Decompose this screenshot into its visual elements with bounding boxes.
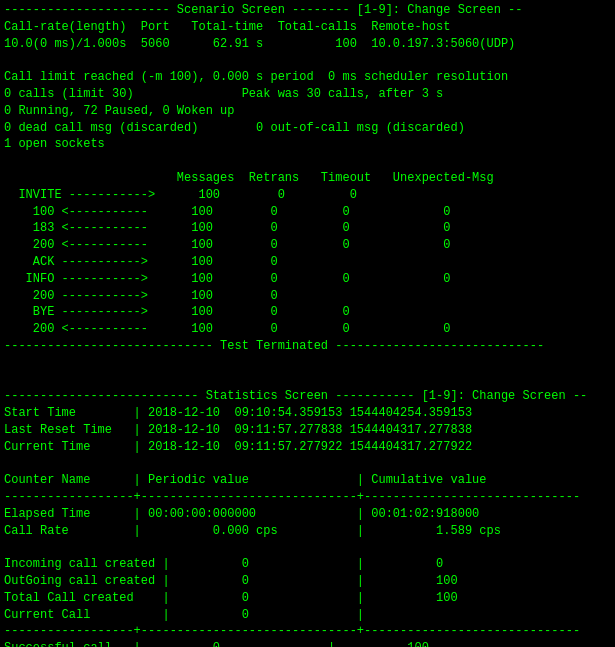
terminal-line-10: Messages Retrans Timeout Unexpected-Msg bbox=[4, 170, 611, 187]
terminal-line-7: 0 dead call msg (discarded) 0 out-of-cal… bbox=[4, 120, 611, 137]
terminal-line-32 bbox=[4, 540, 611, 557]
terminal-line-21 bbox=[4, 355, 611, 372]
terminal-line-12: 100 <----------- 100 0 0 0 bbox=[4, 204, 611, 221]
terminal-line-37: ------------------+---------------------… bbox=[4, 623, 611, 640]
terminal-line-3 bbox=[4, 52, 611, 69]
terminal-line-13: 183 <----------- 100 0 0 0 bbox=[4, 220, 611, 237]
terminal-line-28: Counter Name | Periodic value | Cumulati… bbox=[4, 472, 611, 489]
terminal-line-22 bbox=[4, 372, 611, 389]
terminal-line-34: OutGoing call created | 0 | 100 bbox=[4, 573, 611, 590]
terminal-line-30: Elapsed Time | 00:00:00:000000 | 00:01:0… bbox=[4, 506, 611, 523]
terminal-line-19: 200 <----------- 100 0 0 0 bbox=[4, 321, 611, 338]
terminal-line-24: Start Time | 2018-12-10 09:10:54.359153 … bbox=[4, 405, 611, 422]
terminal-line-25: Last Reset Time | 2018-12-10 09:11:57.27… bbox=[4, 422, 611, 439]
terminal-line-27 bbox=[4, 456, 611, 473]
terminal-line-5: 0 calls (limit 30) Peak was 30 calls, af… bbox=[4, 86, 611, 103]
terminal-line-18: BYE -----------> 100 0 0 bbox=[4, 304, 611, 321]
terminal-line-17: 200 -----------> 100 0 bbox=[4, 288, 611, 305]
terminal-line-33: Incoming call created | 0 | 0 bbox=[4, 556, 611, 573]
terminal-line-15: ACK -----------> 100 0 bbox=[4, 254, 611, 271]
terminal-line-31: Call Rate | 0.000 cps | 1.589 cps bbox=[4, 523, 611, 540]
terminal-screen: ----------------------- Scenario Screen … bbox=[0, 0, 615, 647]
terminal-line-9 bbox=[4, 153, 611, 170]
terminal-line-38: Successful call | 0 | 100 bbox=[4, 640, 611, 647]
terminal-line-16: INFO -----------> 100 0 0 0 bbox=[4, 271, 611, 288]
terminal-line-23: --------------------------- Statistics S… bbox=[4, 388, 611, 405]
terminal-line-1: Call-rate(length) Port Total-time Total-… bbox=[4, 19, 611, 36]
terminal-line-35: Total Call created | 0 | 100 bbox=[4, 590, 611, 607]
terminal-line-8: 1 open sockets bbox=[4, 136, 611, 153]
terminal-line-2: 10.0(0 ms)/1.000s 5060 62.91 s 100 10.0.… bbox=[4, 36, 611, 53]
terminal-line-4: Call limit reached (-m 100), 0.000 s per… bbox=[4, 69, 611, 86]
terminal-line-11: INVITE -----------> 100 0 0 bbox=[4, 187, 611, 204]
terminal-line-20: ----------------------------- Test Termi… bbox=[4, 338, 611, 355]
terminal-line-14: 200 <----------- 100 0 0 0 bbox=[4, 237, 611, 254]
terminal-line-0: ----------------------- Scenario Screen … bbox=[4, 2, 611, 19]
terminal-line-29: ------------------+---------------------… bbox=[4, 489, 611, 506]
terminal-line-36: Current Call | 0 | bbox=[4, 607, 611, 624]
terminal-line-26: Current Time | 2018-12-10 09:11:57.27792… bbox=[4, 439, 611, 456]
terminal-line-6: 0 Running, 72 Paused, 0 Woken up bbox=[4, 103, 611, 120]
